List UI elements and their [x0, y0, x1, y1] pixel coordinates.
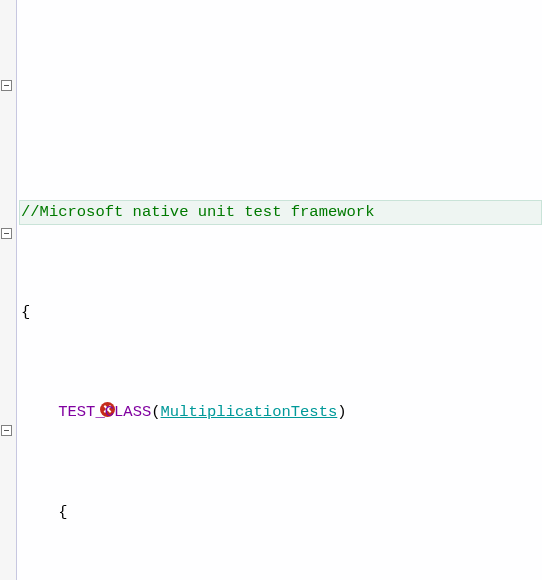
code-line: { — [19, 300, 542, 325]
code-line: { — [19, 500, 542, 525]
paren: ) — [337, 403, 346, 421]
code-area[interactable]: //Microsoft native unit test framework {… — [17, 0, 542, 580]
macro: TEST_CLASS — [58, 403, 151, 421]
paren: ( — [151, 403, 160, 421]
code-line: TEST_CLASS(MultiplicationTests) — [19, 400, 542, 425]
gutter — [0, 0, 17, 580]
code-editor[interactable]: //Microsoft native unit test framework {… — [0, 0, 542, 580]
brace-open: { — [58, 503, 67, 521]
fold-toggle-icon[interactable] — [1, 228, 12, 239]
code-line: //Microsoft native unit test framework — [19, 200, 542, 225]
class-name: MultiplicationTests — [161, 403, 338, 421]
brace-open: { — [21, 303, 30, 321]
comment-text: //Microsoft native unit test framework — [21, 203, 374, 221]
fold-toggle-icon[interactable] — [1, 80, 12, 91]
fold-toggle-icon[interactable] — [1, 425, 12, 436]
